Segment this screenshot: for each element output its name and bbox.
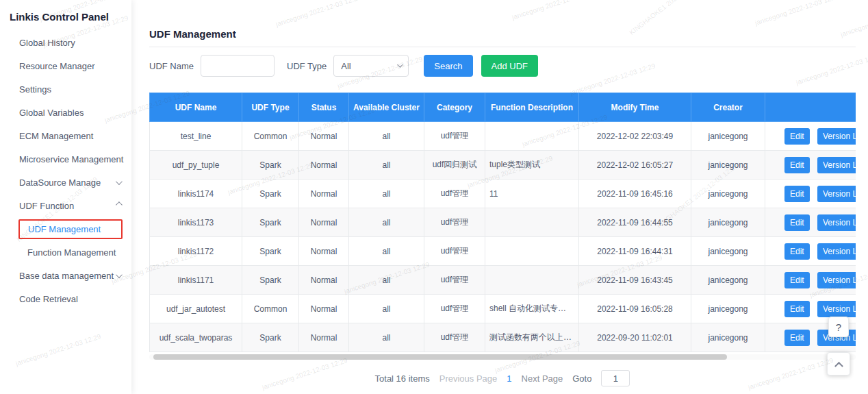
- cell-available-cluster: all: [349, 122, 424, 151]
- cell-actions: Edit Version List: [765, 266, 856, 295]
- cell-status: Normal: [299, 180, 349, 208]
- sidebar-item-udf-function[interactable]: UDF Function: [0, 194, 131, 217]
- table-row: linkis1174 Spark Normal all udf管理 11 202…: [150, 180, 856, 208]
- cell-udf-type: Spark: [242, 151, 299, 180]
- version-list-button[interactable]: Version List: [817, 157, 856, 173]
- page-title: UDF Management: [149, 28, 236, 40]
- edit-button[interactable]: Edit: [784, 128, 810, 145]
- cell-function-description: [485, 122, 579, 151]
- cell-available-cluster: all: [349, 266, 424, 295]
- chevron-up-icon: [116, 201, 123, 208]
- version-list-button[interactable]: Version List: [817, 214, 856, 231]
- cell-modify-time: 2022-11-09 16:43:45: [579, 266, 691, 295]
- cell-status: Normal: [299, 208, 349, 237]
- edit-button[interactable]: Edit: [784, 214, 810, 231]
- cell-available-cluster: all: [349, 180, 424, 208]
- sidebar-item-global-variables[interactable]: Global Variables: [0, 101, 131, 124]
- version-list-button[interactable]: Version List: [817, 301, 856, 317]
- cell-modify-time: 2022-11-09 16:05:28: [579, 295, 691, 323]
- sidebar-item-code-retrieval[interactable]: Code Retrieval: [0, 287, 131, 310]
- search-button[interactable]: Search: [424, 55, 472, 77]
- cell-actions: Edit Version List: [765, 122, 856, 151]
- udf-type-selected-value: All: [341, 61, 350, 71]
- edit-button[interactable]: Edit: [784, 301, 810, 317]
- sidebar-nav: Global History Resource Manager Settings…: [0, 31, 131, 310]
- previous-page-button[interactable]: Previous Page: [439, 373, 498, 384]
- version-list-button[interactable]: Version List: [817, 128, 856, 145]
- cell-creator: janicegong: [691, 180, 765, 208]
- cell-creator: janicegong: [691, 122, 765, 151]
- cell-available-cluster: all: [349, 208, 424, 237]
- udf-name-input[interactable]: [201, 55, 275, 77]
- cell-actions: Edit Version List: [765, 237, 856, 266]
- cell-available-cluster: all: [349, 295, 424, 323]
- sidebar-item-label: Resource Manager: [19, 61, 95, 71]
- goto-page-input[interactable]: [601, 370, 630, 386]
- cell-modify-time: 2022-09-20 11:02:01: [579, 323, 691, 352]
- sidebar-item-microservice-management[interactable]: Microservice Management: [0, 147, 131, 171]
- edit-button[interactable]: Edit: [784, 243, 810, 260]
- cell-udf-name: linkis1173: [150, 208, 242, 237]
- cell-available-cluster: all: [349, 151, 424, 180]
- cell-category: udf管理: [424, 295, 485, 323]
- cell-creator: janicegong: [691, 266, 765, 295]
- current-page-button[interactable]: 1: [507, 373, 511, 384]
- edit-button[interactable]: Edit: [784, 272, 810, 288]
- back-to-top-button[interactable]: [827, 352, 850, 375]
- edit-button[interactable]: Edit: [784, 186, 810, 202]
- cell-udf-name: udf_jar_autotest: [150, 295, 242, 323]
- cell-status: Normal: [299, 295, 349, 323]
- cell-function-description: tuple类型测试: [485, 151, 579, 180]
- cell-udf-type: Spark: [242, 208, 299, 237]
- cell-category: udf管理: [424, 237, 485, 266]
- cell-category: udf管理: [424, 208, 485, 237]
- version-list-button[interactable]: Version List: [817, 272, 856, 288]
- pagination: Total 16 items Previous Page 1 Next Page…: [149, 370, 856, 386]
- next-page-button[interactable]: Next Page: [522, 373, 563, 384]
- cell-category: udf管理: [424, 266, 485, 295]
- table-row: linkis1172 Spark Normal all udf管理 2022-1…: [150, 237, 856, 266]
- cell-udf-type: Spark: [242, 237, 299, 266]
- cell-udf-name: linkis1172: [150, 237, 242, 266]
- header-status: Status: [299, 93, 349, 122]
- cell-function-description: shell 自动化测试专用，勿...: [485, 295, 579, 323]
- sidebar-item-settings[interactable]: Settings: [0, 77, 131, 101]
- table-row: udf_jar_autotest Common Normal all udf管理…: [150, 295, 856, 323]
- header-function-description: Function Description: [485, 93, 579, 122]
- cell-udf-name: linkis1171: [150, 266, 242, 295]
- edit-button[interactable]: Edit: [784, 157, 810, 173]
- sidebar-item-label: Microservice Management: [19, 154, 123, 164]
- cell-udf-type: Spark: [242, 180, 299, 208]
- sidebar-item-function-management[interactable]: Function Management: [0, 241, 131, 264]
- edit-button[interactable]: Edit: [784, 330, 810, 346]
- cell-actions: Edit Version List: [765, 151, 856, 180]
- cell-actions: Edit Version List: [765, 208, 856, 237]
- version-list-button[interactable]: Version List: [817, 186, 856, 202]
- help-button[interactable]: ?: [828, 317, 849, 337]
- sidebar-item-global-history[interactable]: Global History: [0, 31, 131, 54]
- sidebar-item-datasource-manage[interactable]: DataSource Manage: [0, 171, 131, 194]
- pagination-total: Total 16 items: [375, 373, 430, 384]
- cell-udf-name: udf_py_tuple: [150, 151, 242, 180]
- header-available-cluster: Available Cluster: [349, 93, 424, 122]
- header-udf-name: UDF Name: [150, 93, 242, 122]
- horizontal-scrollbar-thumb[interactable]: [153, 354, 727, 360]
- sidebar-item-udf-management[interactable]: UDF Management: [0, 217, 131, 241]
- sidebar-item-resource-manager[interactable]: Resource Manager: [0, 54, 131, 77]
- arrow-up-icon: [834, 361, 843, 370]
- table-row: udf_scala_twoparas Spark Normal all udf管…: [150, 323, 856, 352]
- version-list-button[interactable]: Version List: [817, 243, 856, 260]
- header-modify-time: Modify Time: [579, 93, 691, 122]
- sidebar-item-ecm-management[interactable]: ECM Management: [0, 124, 131, 147]
- cell-udf-type: Spark: [242, 266, 299, 295]
- udf-type-select[interactable]: All: [333, 55, 409, 77]
- sidebar-item-label: Base data management: [19, 271, 114, 281]
- cell-modify-time: 2022-11-09 16:44:55: [579, 208, 691, 237]
- cell-category: udf管理: [424, 122, 485, 151]
- cell-status: Normal: [299, 266, 349, 295]
- sidebar-item-base-data-management[interactable]: Base data management: [0, 264, 131, 287]
- add-udf-button[interactable]: Add UDF: [481, 55, 538, 77]
- cell-function-description: 11: [485, 180, 579, 208]
- sidebar-item-label: DataSource Manage: [19, 177, 101, 188]
- cell-category: udf回归测试: [424, 151, 485, 180]
